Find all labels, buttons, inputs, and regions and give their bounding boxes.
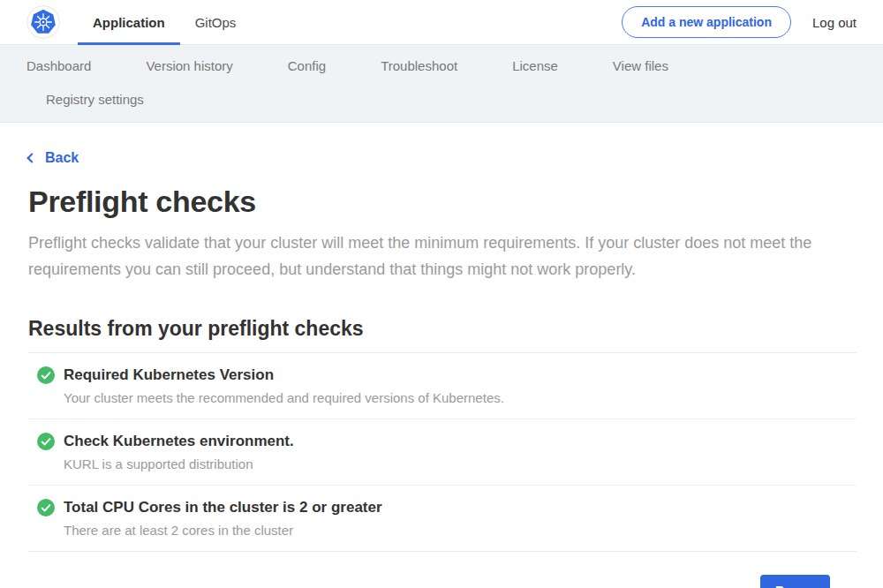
subnav-item-troubleshoot[interactable]: Troubleshoot — [381, 49, 457, 83]
check-row-cpu-cores: Total CPU Cores in the cluster is 2 or g… — [28, 485, 857, 552]
tab-application[interactable]: Application — [78, 0, 180, 45]
check-title: Check Kubernetes environment. — [64, 432, 294, 450]
tab-application-label: Application — [93, 15, 165, 30]
subnav-item-config[interactable]: Config — [288, 49, 326, 83]
check-pass-icon — [37, 499, 55, 516]
subnav-item-view-files[interactable]: View files — [613, 49, 668, 83]
subnav-item-registry-settings[interactable]: Registry settings — [46, 83, 144, 117]
page-title: Preflight checks — [28, 185, 857, 219]
preflight-check-list: Required Kubernetes Version Your cluster… — [28, 352, 857, 552]
subnav-item-license[interactable]: License — [512, 49, 558, 83]
kubernetes-logo-icon — [26, 5, 60, 39]
logout-link[interactable]: Log out — [812, 15, 857, 30]
check-title: Required Kubernetes Version — [64, 366, 504, 384]
subnav-item-version-history[interactable]: Version history — [146, 49, 232, 83]
check-pass-icon — [37, 433, 55, 450]
tab-gitops-label: GitOps — [195, 15, 237, 30]
check-row-kubernetes-version: Required Kubernetes Version Your cluster… — [28, 352, 857, 418]
tab-gitops[interactable]: GitOps — [180, 0, 252, 45]
check-title: Total CPU Cores in the cluster is 2 or g… — [64, 498, 382, 516]
back-link[interactable]: Back — [28, 150, 79, 166]
check-detail: KURL is a supported distribution — [64, 456, 294, 471]
rerun-button[interactable]: Re-run — [760, 575, 830, 588]
check-detail: There are at least 2 cores in the cluste… — [64, 523, 382, 538]
check-row-kubernetes-environment: Check Kubernetes environment. KURL is a … — [28, 418, 857, 485]
results-heading: Results from your preflight checks — [28, 317, 857, 341]
main-content: Back Preflight checks Preflight checks v… — [0, 123, 883, 588]
add-new-application-button[interactable]: Add a new application — [622, 6, 791, 38]
check-detail: Your cluster meets the recommended and r… — [64, 390, 504, 405]
top-header: Application GitOps Add a new application… — [0, 0, 883, 45]
check-pass-icon — [37, 366, 55, 384]
back-link-label: Back — [45, 150, 79, 166]
app-subnav: Dashboard Version history Config Trouble… — [0, 45, 883, 123]
footer-actions: Re-run — [28, 552, 857, 588]
page-description: Preflight checks validate that your clus… — [28, 230, 857, 283]
chevron-left-icon — [26, 153, 36, 162]
header-actions: Add a new application Log out — [622, 6, 857, 38]
subnav-item-dashboard[interactable]: Dashboard — [26, 49, 91, 83]
